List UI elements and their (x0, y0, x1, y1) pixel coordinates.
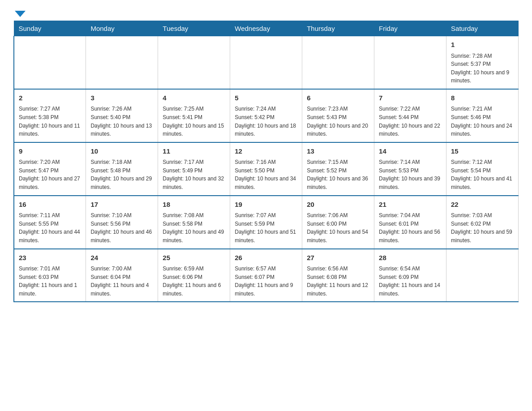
calendar-cell (446, 249, 519, 302)
calendar-cell: 25Sunrise: 6:59 AM Sunset: 6:06 PM Dayli… (158, 249, 230, 302)
calendar-cell: 11Sunrise: 7:17 AM Sunset: 5:49 PM Dayli… (158, 142, 230, 196)
day-info: Sunrise: 7:22 AM Sunset: 5:44 PM Dayligh… (379, 105, 442, 138)
calendar-cell: 14Sunrise: 7:14 AM Sunset: 5:53 PM Dayli… (374, 142, 446, 196)
calendar-cell (86, 36, 158, 89)
day-info: Sunrise: 7:11 AM Sunset: 5:55 PM Dayligh… (19, 211, 81, 244)
calendar-cell: 28Sunrise: 6:54 AM Sunset: 6:09 PM Dayli… (374, 249, 446, 302)
day-number: 4 (163, 93, 225, 103)
day-number: 24 (90, 253, 153, 263)
calendar-cell (158, 36, 230, 89)
calendar-cell (230, 36, 302, 89)
calendar-cell: 21Sunrise: 7:04 AM Sunset: 6:01 PM Dayli… (374, 196, 446, 249)
day-info: Sunrise: 7:16 AM Sunset: 5:50 PM Dayligh… (235, 158, 297, 191)
calendar-cell: 23Sunrise: 7:01 AM Sunset: 6:03 PM Dayli… (14, 249, 86, 302)
day-info: Sunrise: 7:07 AM Sunset: 5:59 PM Dayligh… (235, 211, 297, 244)
calendar-cell: 2Sunrise: 7:27 AM Sunset: 5:38 PM Daylig… (14, 89, 86, 142)
day-info: Sunrise: 7:10 AM Sunset: 5:56 PM Dayligh… (90, 211, 153, 244)
calendar-table: SundayMondayTuesdayWednesdayThursdayFrid… (13, 21, 519, 302)
weekday-header-thursday: Thursday (302, 21, 374, 36)
weekday-header-saturday: Saturday (446, 21, 519, 36)
day-info: Sunrise: 7:23 AM Sunset: 5:43 PM Dayligh… (307, 105, 369, 138)
calendar-cell: 16Sunrise: 7:11 AM Sunset: 5:55 PM Dayli… (14, 196, 86, 249)
day-info: Sunrise: 7:24 AM Sunset: 5:42 PM Dayligh… (235, 105, 297, 138)
calendar-cell: 6Sunrise: 7:23 AM Sunset: 5:43 PM Daylig… (302, 89, 374, 142)
day-info: Sunrise: 7:01 AM Sunset: 6:03 PM Dayligh… (19, 265, 81, 298)
day-info: Sunrise: 6:54 AM Sunset: 6:09 PM Dayligh… (379, 265, 442, 298)
calendar-cell: 24Sunrise: 7:00 AM Sunset: 6:04 PM Dayli… (86, 249, 158, 302)
day-info: Sunrise: 6:57 AM Sunset: 6:07 PM Dayligh… (235, 265, 297, 298)
day-number: 10 (90, 146, 153, 157)
day-info: Sunrise: 7:12 AM Sunset: 5:54 PM Dayligh… (451, 158, 514, 191)
day-info: Sunrise: 6:59 AM Sunset: 6:06 PM Dayligh… (163, 265, 225, 298)
calendar-cell: 5Sunrise: 7:24 AM Sunset: 5:42 PM Daylig… (230, 89, 302, 142)
calendar-cell: 15Sunrise: 7:12 AM Sunset: 5:54 PM Dayli… (446, 142, 519, 196)
calendar-cell: 22Sunrise: 7:03 AM Sunset: 6:02 PM Dayli… (446, 196, 519, 249)
calendar-cell: 13Sunrise: 7:15 AM Sunset: 5:52 PM Dayli… (302, 142, 374, 196)
day-number: 2 (19, 93, 81, 103)
day-number: 22 (451, 200, 514, 210)
day-number: 9 (19, 146, 81, 157)
week-row-3: 9Sunrise: 7:20 AM Sunset: 5:47 PM Daylig… (14, 142, 519, 196)
day-info: Sunrise: 7:25 AM Sunset: 5:41 PM Dayligh… (163, 105, 225, 138)
calendar-cell: 7Sunrise: 7:22 AM Sunset: 5:44 PM Daylig… (374, 89, 446, 142)
day-info: Sunrise: 7:26 AM Sunset: 5:40 PM Dayligh… (90, 105, 153, 138)
weekday-header-wednesday: Wednesday (230, 21, 302, 36)
calendar-cell (14, 36, 86, 89)
calendar-cell: 17Sunrise: 7:10 AM Sunset: 5:56 PM Dayli… (86, 196, 158, 249)
calendar-cell: 18Sunrise: 7:08 AM Sunset: 5:58 PM Dayli… (158, 196, 230, 249)
logo-general-text (13, 9, 26, 17)
day-info: Sunrise: 7:08 AM Sunset: 5:58 PM Dayligh… (163, 211, 225, 244)
day-number: 17 (90, 200, 153, 210)
day-number: 8 (451, 93, 514, 103)
logo (13, 9, 26, 16)
day-number: 15 (451, 146, 514, 157)
day-info: Sunrise: 7:06 AM Sunset: 6:00 PM Dayligh… (307, 211, 369, 244)
week-row-5: 23Sunrise: 7:01 AM Sunset: 6:03 PM Dayli… (14, 249, 519, 302)
week-row-4: 16Sunrise: 7:11 AM Sunset: 5:55 PM Dayli… (14, 196, 519, 249)
week-row-1: 1Sunrise: 7:28 AM Sunset: 5:37 PM Daylig… (14, 36, 519, 89)
calendar-cell: 27Sunrise: 6:56 AM Sunset: 6:08 PM Dayli… (302, 249, 374, 302)
day-info: Sunrise: 7:20 AM Sunset: 5:47 PM Dayligh… (19, 158, 81, 191)
day-number: 23 (19, 253, 81, 263)
day-number: 12 (235, 146, 297, 157)
day-info: Sunrise: 6:56 AM Sunset: 6:08 PM Dayligh… (307, 265, 369, 298)
day-info: Sunrise: 7:21 AM Sunset: 5:46 PM Dayligh… (451, 105, 514, 138)
calendar-cell: 4Sunrise: 7:25 AM Sunset: 5:41 PM Daylig… (158, 89, 230, 142)
day-number: 3 (90, 93, 153, 103)
calendar-cell: 9Sunrise: 7:20 AM Sunset: 5:47 PM Daylig… (14, 142, 86, 196)
calendar-cell: 26Sunrise: 6:57 AM Sunset: 6:07 PM Dayli… (230, 249, 302, 302)
day-number: 7 (379, 93, 442, 103)
day-number: 6 (307, 93, 369, 103)
calendar-cell: 3Sunrise: 7:26 AM Sunset: 5:40 PM Daylig… (86, 89, 158, 142)
calendar-cell: 8Sunrise: 7:21 AM Sunset: 5:46 PM Daylig… (446, 89, 519, 142)
calendar-cell: 20Sunrise: 7:06 AM Sunset: 6:00 PM Dayli… (302, 196, 374, 249)
day-number: 28 (379, 253, 442, 263)
weekday-header-sunday: Sunday (14, 21, 86, 36)
day-number: 25 (163, 253, 225, 263)
day-info: Sunrise: 7:27 AM Sunset: 5:38 PM Dayligh… (19, 105, 81, 138)
day-number: 19 (235, 200, 297, 210)
weekday-header-friday: Friday (374, 21, 446, 36)
day-number: 5 (235, 93, 297, 103)
day-number: 27 (307, 253, 369, 263)
week-row-2: 2Sunrise: 7:27 AM Sunset: 5:38 PM Daylig… (14, 89, 519, 142)
day-info: Sunrise: 7:18 AM Sunset: 5:48 PM Dayligh… (90, 158, 153, 191)
day-info: Sunrise: 7:28 AM Sunset: 5:37 PM Dayligh… (451, 52, 514, 85)
day-info: Sunrise: 7:15 AM Sunset: 5:52 PM Dayligh… (307, 158, 369, 191)
weekday-header-tuesday: Tuesday (158, 21, 230, 36)
page-header (13, 9, 519, 16)
day-info: Sunrise: 7:03 AM Sunset: 6:02 PM Dayligh… (451, 211, 514, 244)
day-info: Sunrise: 7:04 AM Sunset: 6:01 PM Dayligh… (379, 211, 442, 244)
day-number: 18 (163, 200, 225, 210)
calendar-cell (374, 36, 446, 89)
day-info: Sunrise: 7:14 AM Sunset: 5:53 PM Dayligh… (379, 158, 442, 191)
weekday-header-row: SundayMondayTuesdayWednesdayThursdayFrid… (14, 21, 519, 36)
day-number: 21 (379, 200, 442, 210)
day-info: Sunrise: 7:00 AM Sunset: 6:04 PM Dayligh… (90, 265, 153, 298)
day-number: 16 (19, 200, 81, 210)
day-number: 11 (163, 146, 225, 157)
calendar-cell: 12Sunrise: 7:16 AM Sunset: 5:50 PM Dayli… (230, 142, 302, 196)
day-info: Sunrise: 7:17 AM Sunset: 5:49 PM Dayligh… (163, 158, 225, 191)
day-number: 26 (235, 253, 297, 263)
calendar-cell: 1Sunrise: 7:28 AM Sunset: 5:37 PM Daylig… (446, 36, 519, 89)
